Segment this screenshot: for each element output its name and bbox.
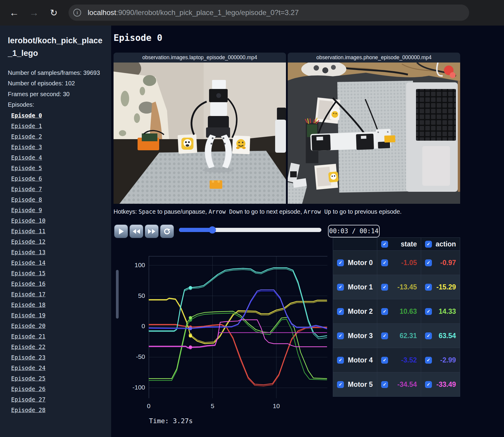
motor-checkbox[interactable]: ✓ <box>337 332 344 339</box>
hotkey-text: Hotkeys: <box>114 208 138 215</box>
episode-link[interactable]: Episode 25 <box>11 375 103 382</box>
motor-checkbox[interactable]: ✓ <box>337 259 344 266</box>
panda-card <box>178 134 197 154</box>
episode-link[interactable]: Episode 24 <box>11 365 103 371</box>
episode-link[interactable]: Episode 19 <box>11 312 103 319</box>
motor-state-checkbox[interactable]: ✓ <box>381 284 388 291</box>
motor-state-checkbox[interactable]: ✓ <box>381 308 388 315</box>
motor-action-value: -2.99 <box>440 356 456 364</box>
url-path: :9090/lerobot/koch_pick_place_1_lego/epi… <box>116 8 299 17</box>
motor-action-cell: ✓-2.99 <box>421 348 460 372</box>
loop-button[interactable] <box>160 225 174 238</box>
episode-link[interactable]: Episode 20 <box>11 322 103 329</box>
video-label-laptop: observation.images.laptop_episode_000000… <box>114 53 286 63</box>
hotkey-text: to go to previous episode. <box>331 208 402 215</box>
episode-list: Episode 0Episode 1Episode 2Episode 3Epis… <box>11 112 103 413</box>
motor-row: ✓Motor 0✓-1.05✓-0.97 <box>333 250 460 275</box>
episode-link[interactable]: Episode 16 <box>11 280 103 287</box>
episode-link[interactable]: Episode 3 <box>11 144 103 150</box>
rewind-button[interactable] <box>129 225 143 238</box>
url-text[interactable]: localhost:9090/lerobot/koch_pick_place_1… <box>88 8 299 17</box>
motor-name-cell: ✓Motor 3 <box>333 323 377 348</box>
motor-checkbox[interactable]: ✓ <box>337 357 344 364</box>
motor-checkbox[interactable]: ✓ <box>337 308 344 315</box>
motor-state-value: -3.52 <box>401 356 417 364</box>
motors-table-header: ✓ state ✓ action <box>333 238 460 250</box>
motor-action-cell: ✓14.33 <box>421 299 460 323</box>
motor-state-cell: ✓-34.54 <box>377 372 421 396</box>
episode-link[interactable]: Episode 7 <box>11 186 103 192</box>
episode-link[interactable]: Episode 26 <box>11 386 103 392</box>
header-action-cell: ✓ action <box>421 238 460 250</box>
motor-action-cell: ✓63.54 <box>421 323 460 348</box>
motor-state-value: -34.54 <box>397 380 417 389</box>
episode-link[interactable]: Episode 13 <box>11 249 103 255</box>
video-phone[interactable] <box>288 63 460 204</box>
episode-link[interactable]: Episode 12 <box>11 238 103 245</box>
episode-link[interactable]: Episode 4 <box>11 154 103 161</box>
motor-state-value: 10.63 <box>399 307 417 316</box>
action-header-checkbox[interactable]: ✓ <box>425 241 432 248</box>
fast-forward-button[interactable] <box>145 225 159 238</box>
state-header-checkbox[interactable]: ✓ <box>381 241 388 248</box>
episode-link[interactable]: Episode 0 <box>11 112 103 119</box>
episode-link[interactable]: Episode 28 <box>11 407 103 413</box>
episode-link[interactable]: Episode 11 <box>11 228 103 234</box>
laptop <box>406 81 460 192</box>
motor-state-cell: ✓62.31 <box>377 323 421 348</box>
hotkey-key: Arrow Up <box>304 208 331 215</box>
info-fps: Frames per second: 30 <box>8 89 103 100</box>
episode-link[interactable]: Episode 1 <box>11 123 103 129</box>
episode-link[interactable]: Episode 8 <box>11 196 103 203</box>
episode-link[interactable]: Episode 6 <box>11 175 103 182</box>
episode-link[interactable]: Episode 14 <box>11 259 103 266</box>
episode-link[interactable]: Episode 2 <box>11 133 103 140</box>
video-laptop[interactable] <box>114 63 286 204</box>
motor-action-cell: ✓-0.97 <box>421 250 460 275</box>
motor-label: Motor 3 <box>348 332 373 340</box>
motor-state-value: 62.31 <box>399 332 417 340</box>
motor-state-checkbox[interactable]: ✓ <box>381 259 388 266</box>
motor-state-checkbox[interactable]: ✓ <box>381 381 388 388</box>
browser-back-icon[interactable]: ← <box>7 0 22 26</box>
motors-chart[interactable]: 100500-50-1000510 <box>149 256 327 398</box>
motor-action-checkbox[interactable]: ✓ <box>425 381 432 388</box>
header-state-cell: ✓ state <box>377 238 421 250</box>
site-info-icon[interactable]: i <box>73 9 81 17</box>
motor-label: Motor 1 <box>348 283 373 291</box>
episode-link[interactable]: Episode 9 <box>11 207 103 213</box>
motor-action-checkbox[interactable]: ✓ <box>425 284 432 291</box>
motor-action-checkbox[interactable]: ✓ <box>425 259 432 266</box>
motor-checkbox[interactable]: ✓ <box>337 284 344 291</box>
hotkey-text: to pause/unpause, <box>156 208 209 215</box>
address-bar[interactable]: i localhost:9090/lerobot/koch_pick_place… <box>68 5 469 21</box>
motor-row: ✓Motor 1✓-13.45✓-15.29 <box>333 275 460 299</box>
episode-link[interactable]: Episode 15 <box>11 270 103 277</box>
episode-link[interactable]: Episode 21 <box>11 333 103 340</box>
motor-checkbox[interactable]: ✓ <box>337 381 344 388</box>
episode-link[interactable]: Episode 10 <box>11 217 103 224</box>
episode-link[interactable]: Episode 23 <box>11 354 103 361</box>
timeline-slider-thumb[interactable] <box>209 226 216 234</box>
episode-link[interactable]: Episode 22 <box>11 344 103 350</box>
motor-action-checkbox[interactable]: ✓ <box>425 308 432 315</box>
scrollbar-thumb[interactable] <box>116 270 119 319</box>
browser-forward-icon[interactable]: → <box>26 0 41 26</box>
episode-link[interactable]: Episode 18 <box>11 301 103 308</box>
motor-state-value: -13.45 <box>397 283 417 291</box>
motor-state-checkbox[interactable]: ✓ <box>381 332 388 339</box>
episode-link[interactable]: Episode 27 <box>11 396 103 403</box>
action-header-label: action <box>436 240 456 248</box>
episode-link[interactable]: Episode 17 <box>11 291 103 298</box>
motor-action-checkbox[interactable]: ✓ <box>425 332 432 339</box>
timeline-slider[interactable] <box>179 228 321 232</box>
motor-action-checkbox[interactable]: ✓ <box>425 357 432 364</box>
browser-reload-icon[interactable]: ↻ <box>46 0 61 26</box>
play-button[interactable] <box>114 225 128 238</box>
episode-link[interactable]: Episode 5 <box>11 165 103 171</box>
motor-action-value: 63.54 <box>439 332 456 340</box>
smiley-card <box>232 136 250 154</box>
motor-state-checkbox[interactable]: ✓ <box>381 357 388 364</box>
x-tick-label: 0 <box>143 402 155 410</box>
motor-action-cell: ✓-33.49 <box>421 372 460 396</box>
